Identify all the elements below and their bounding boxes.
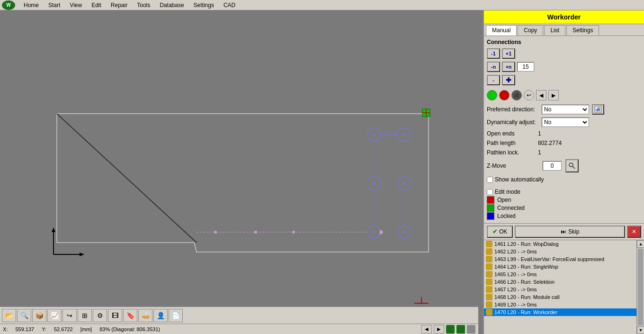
legend-connected-label: Connected: [497, 205, 525, 211]
legend-open: Open: [487, 196, 641, 204]
app-logo: W: [2, 0, 15, 10]
cancel-btn[interactable]: ✕: [627, 226, 641, 238]
log-item-icon: [486, 309, 492, 316]
log-item-text: 1469 L20 - -> 0ms: [494, 302, 537, 307]
log-scrollbar[interactable]: ▲ ▼: [636, 240, 644, 334]
zmove-input[interactable]: [543, 161, 562, 171]
log-item-text: 1463 L99 - EvalUserVar: ForceEval suppre…: [494, 256, 604, 262]
show-auto-row: Show automatically: [487, 176, 641, 183]
tb-chart-btn[interactable]: 📈: [47, 309, 62, 322]
conn-plus1-btn[interactable]: +1: [502, 48, 515, 59]
tb-arrow-btn[interactable]: ↪: [63, 309, 77, 322]
y-label: Y:: [42, 326, 46, 332]
tb-search-btn[interactable]: 🔍: [17, 309, 31, 322]
log-item[interactable]: 1469 L20 - -> 0ms: [484, 301, 636, 308]
log-item[interactable]: 1465 L20 - -> 0ms: [484, 271, 636, 278]
canvas-area[interactable]: 📂 🔍 📦 📈 ↪ ⊞ ⚙ 🎞 🔖 🥧 👤 📄 X: 559.137 Y: 52…: [0, 10, 483, 334]
ok-btn[interactable]: ✔ OK: [487, 226, 513, 238]
tab-manual[interactable]: Manual: [486, 25, 517, 36]
icon-row: ⬛ ↩ ◀ ▶: [487, 90, 641, 100]
log-item-icon: [486, 263, 492, 270]
workorder-title: Workorder: [484, 10, 644, 24]
log-item[interactable]: 1462 L20 - -> 0ms: [484, 248, 636, 255]
svg-point-17: [373, 231, 376, 234]
tb-pie-btn[interactable]: 🥧: [138, 309, 152, 322]
conn-plusn-btn[interactable]: +n: [502, 62, 515, 72]
status-red-btn[interactable]: [499, 90, 510, 100]
menu-database[interactable]: Database: [155, 1, 188, 9]
menu-settings[interactable]: Settings: [189, 1, 219, 9]
log-item[interactable]: 1470 L20 - Run: Workorder: [484, 308, 636, 316]
menu-tools[interactable]: Tools: [132, 1, 155, 9]
legend-connected-color: [487, 204, 494, 212]
svg-point-9: [402, 133, 405, 136]
log-item[interactable]: 1468 L20 - Run: Module call: [484, 293, 636, 301]
skip-btn[interactable]: ⏭ Skip: [515, 226, 625, 238]
status-dark-btn[interactable]: ⬛: [511, 90, 522, 100]
log-item-text: 1461 L20 - Run: WopDialog: [494, 241, 559, 247]
log-item-text: 1462 L20 - -> 0ms: [494, 249, 537, 254]
tb-person-btn[interactable]: 👤: [153, 309, 168, 322]
preferred-direction-row: Preferred direction: No Yes: [487, 104, 641, 115]
log-item[interactable]: 1461 L20 - Run: WopDialog: [484, 240, 636, 248]
edit-mode-label: Edit mode: [495, 189, 520, 195]
svg-point-7: [373, 133, 376, 136]
conn-minus-btn[interactable]: -: [487, 75, 500, 85]
nav-left-btn[interactable]: ◀: [536, 90, 546, 100]
conn-add-btn[interactable]: ✚: [502, 75, 515, 85]
tb-bk-btn[interactable]: 🔖: [123, 309, 137, 322]
connections-value-input[interactable]: [517, 62, 534, 72]
preferred-direction-select[interactable]: No Yes: [542, 105, 589, 114]
tb-grid-btn[interactable]: ⊞: [78, 309, 92, 322]
menu-view[interactable]: View: [65, 1, 87, 9]
x-value: 559.137: [15, 326, 34, 332]
open-ends-row: Open ends 1: [487, 130, 641, 137]
log-scroll-down-btn[interactable]: ▼: [637, 326, 644, 334]
menu-edit[interactable]: Edit: [87, 1, 106, 9]
statusbar: X: 559.137 Y: 52.6722 [mm] 83% (Diagonal…: [0, 324, 478, 334]
menu-start[interactable]: Start: [44, 1, 65, 9]
conn-minus1-btn[interactable]: -1: [487, 48, 500, 59]
status-icon: [446, 325, 455, 334]
tab-copy[interactable]: Copy: [518, 25, 543, 36]
tb-gear-btn[interactable]: ⚙: [93, 309, 107, 322]
log-item[interactable]: 1463 L99 - EvalUserVar: ForceEval suppre…: [484, 255, 636, 263]
legend-locked: Locked: [487, 212, 641, 220]
log-item-text: 1470 L20 - Run: Workorder: [494, 309, 557, 315]
log-item[interactable]: 1467 L20 - -> 0ms: [484, 286, 636, 293]
log-item[interactable]: 1464 L20 - Run: SingleWop: [484, 263, 636, 271]
nav-right-btn[interactable]: ▶: [548, 90, 559, 100]
tb-file-btn[interactable]: 📄: [169, 309, 183, 322]
menu-repair[interactable]: Repair: [106, 1, 132, 9]
svg-point-37: [596, 107, 598, 109]
edit-mode-row: Edit mode: [487, 189, 641, 195]
menu-cad[interactable]: CAD: [219, 1, 240, 9]
menu-home[interactable]: Home: [19, 1, 44, 9]
log-item-icon: [486, 248, 492, 255]
tab-list[interactable]: List: [544, 25, 565, 36]
show-auto-checkbox[interactable]: [487, 177, 493, 183]
svg-point-19: [403, 231, 406, 234]
zoom-label: 83% (Diagonal: 806.3531): [99, 326, 160, 332]
zoom-in-btn[interactable]: ▶: [434, 325, 444, 334]
log-scroll-up-btn[interactable]: ▲: [637, 240, 644, 248]
tab-settings[interactable]: Settings: [566, 25, 599, 36]
dynamically-adjust-select[interactable]: No Yes: [542, 117, 589, 127]
status-icon3: [467, 325, 475, 334]
tb-film-btn[interactable]: 🎞: [108, 309, 122, 322]
conn-minusn-btn[interactable]: -n: [487, 62, 500, 72]
tb-folder-btn[interactable]: 📂: [2, 309, 16, 322]
tb-box-btn[interactable]: 📦: [32, 309, 46, 322]
log-item-text: 1464 L20 - Run: SingleWop: [494, 264, 558, 270]
zmove-search-btn[interactable]: [565, 159, 579, 172]
undo-btn[interactable]: ↩: [524, 90, 534, 100]
log-item[interactable]: 1466 L20 - Run: Selektion: [484, 278, 636, 286]
zoom-out-btn[interactable]: ◀: [421, 325, 432, 334]
main-layout: 📂 🔍 📦 📈 ↪ ⊞ ⚙ 🎞 🔖 🥧 👤 📄 X: 559.137 Y: 52…: [0, 10, 644, 334]
status-green-btn[interactable]: [487, 90, 497, 100]
svg-point-15: [403, 182, 406, 185]
edit-mode-checkbox[interactable]: [487, 189, 493, 195]
log-scroll-thumb[interactable]: [638, 249, 643, 325]
preferred-direction-btn[interactable]: [592, 104, 604, 115]
toolbar: 📂 🔍 📦 📈 ↪ ⊞ ⚙ 🎞 🔖 🥧 👤 📄: [0, 307, 478, 324]
